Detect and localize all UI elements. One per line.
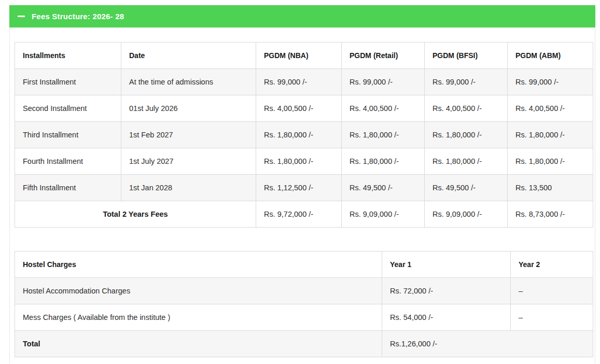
accordion-body: Installments Date PGDM (NBA) PGDM (Retai… — [9, 27, 595, 363]
fee-value: Rs. 13,500 — [508, 175, 593, 201]
col-pgdm-bfsi: PGDM (BFSI) — [425, 43, 508, 69]
fee-value: Rs. 1,80,000 /- — [342, 122, 425, 148]
table-row: Mess Charges ( Available from the instit… — [15, 304, 593, 331]
fees-table-header-row: Installments Date PGDM (NBA) PGDM (Retai… — [15, 43, 593, 69]
col-date: Date — [121, 43, 256, 69]
total-row: Total Rs.1,26,000 /- — [15, 331, 593, 357]
fee-value: Rs. 1,80,000 /- — [508, 148, 593, 175]
installment-date: 1st Jan 2028 — [121, 175, 256, 201]
installment-name: Fifth Installment — [15, 175, 121, 201]
fee-value: Rs. 1,80,000 /- — [342, 148, 425, 175]
total-value: Rs. 9,09,000 /- — [342, 201, 425, 228]
total-value: Rs. 9,72,000 /- — [256, 201, 342, 228]
charge-name: Mess Charges ( Available from the instit… — [15, 304, 382, 331]
total-value: Rs. 8,73,000 /- — [508, 201, 593, 228]
charge-value: Rs. 54,000 /- — [382, 304, 511, 331]
total-value: Rs.1,26,000 /- — [382, 331, 593, 357]
page: Fees Structure: 2026- 28 Installments Da… — [0, 0, 600, 363]
table-row: Fifth Installment 1st Jan 2028 Rs. 1,12,… — [15, 175, 593, 201]
col-year-1: Year 1 — [382, 251, 511, 278]
fee-value: Rs. 1,80,000 /- — [425, 122, 508, 148]
hostel-table-header-row: Hostel Charges Year 1 Year 2 — [15, 251, 593, 278]
charge-value: – — [511, 304, 593, 331]
installment-name: Fourth Installment — [15, 148, 121, 175]
table-row: Second Installment 01st July 2026 Rs. 4,… — [15, 95, 593, 122]
fee-value: Rs. 49,500 /- — [425, 175, 508, 201]
fee-value: Rs. 1,80,000 /- — [508, 122, 593, 148]
installment-name: Second Installment — [15, 95, 121, 122]
fees-structure-accordion-header[interactable]: Fees Structure: 2026- 28 — [9, 5, 595, 27]
table-row: Fourth Installment 1st July 2027 Rs. 1,8… — [15, 148, 593, 175]
hostel-charges-table: Hostel Charges Year 1 Year 2 Hostel Acco… — [15, 251, 593, 357]
table-row: Hostel Accommodation Charges Rs. 72,000 … — [15, 278, 593, 304]
table-row: Third Installment 1st Feb 2027 Rs. 1,80,… — [15, 122, 593, 148]
charge-name: Hostel Accommodation Charges — [15, 278, 382, 304]
accordion-title: Fees Structure: 2026- 28 — [32, 12, 124, 21]
col-hostel-charges: Hostel Charges — [15, 251, 382, 278]
table-row: First Installment At the time of admissi… — [15, 69, 593, 95]
fees-structure-accordion: Fees Structure: 2026- 28 Installments Da… — [9, 5, 595, 363]
charge-value: Rs. 72,000 /- — [382, 278, 511, 304]
installment-date: 01st July 2026 — [121, 95, 256, 122]
fee-value: Rs. 99,000 /- — [508, 69, 593, 95]
fee-value: Rs. 4,00,500 /- — [425, 95, 508, 122]
installment-name: First Installment — [15, 69, 121, 95]
fee-value: Rs. 1,80,000 /- — [256, 148, 342, 175]
fee-value: Rs. 1,80,000 /- — [256, 122, 342, 148]
total-value: Rs. 9,09,000 /- — [425, 201, 508, 228]
fee-value: Rs. 99,000 /- — [342, 69, 425, 95]
fee-value: Rs. 99,000 /- — [256, 69, 342, 95]
col-pgdm-abm: PGDM (ABM) — [508, 43, 593, 69]
fee-value: Rs. 49,500 /- — [342, 175, 425, 201]
fee-value: Rs. 1,12,500 /- — [256, 175, 342, 201]
installment-name: Third Installment — [15, 122, 121, 148]
minus-icon — [18, 16, 25, 17]
fee-value: Rs. 99,000 /- — [425, 69, 508, 95]
fee-value: Rs. 1,80,000 /- — [425, 148, 508, 175]
charge-value: – — [511, 278, 593, 304]
col-installments: Installments — [15, 43, 121, 69]
total-row: Total 2 Years Fees Rs. 9,72,000 /- Rs. 9… — [15, 201, 593, 228]
total-label: Total — [15, 331, 382, 357]
col-pgdm-retail: PGDM (Retail) — [342, 43, 425, 69]
col-year-2: Year 2 — [511, 251, 593, 278]
installment-date: 1st Feb 2027 — [121, 122, 256, 148]
col-pgdm-nba: PGDM (NBA) — [256, 43, 342, 69]
installment-date: 1st July 2027 — [121, 148, 256, 175]
fee-value: Rs. 4,00,500 /- — [508, 95, 593, 122]
fees-structure-table: Installments Date PGDM (NBA) PGDM (Retai… — [15, 42, 593, 228]
installment-date: At the time of admissions — [121, 69, 256, 95]
spacer — [15, 228, 595, 251]
fee-value: Rs. 4,00,500 /- — [256, 95, 342, 122]
total-label: Total 2 Years Fees — [15, 201, 256, 228]
fee-value: Rs. 4,00,500 /- — [342, 95, 425, 122]
